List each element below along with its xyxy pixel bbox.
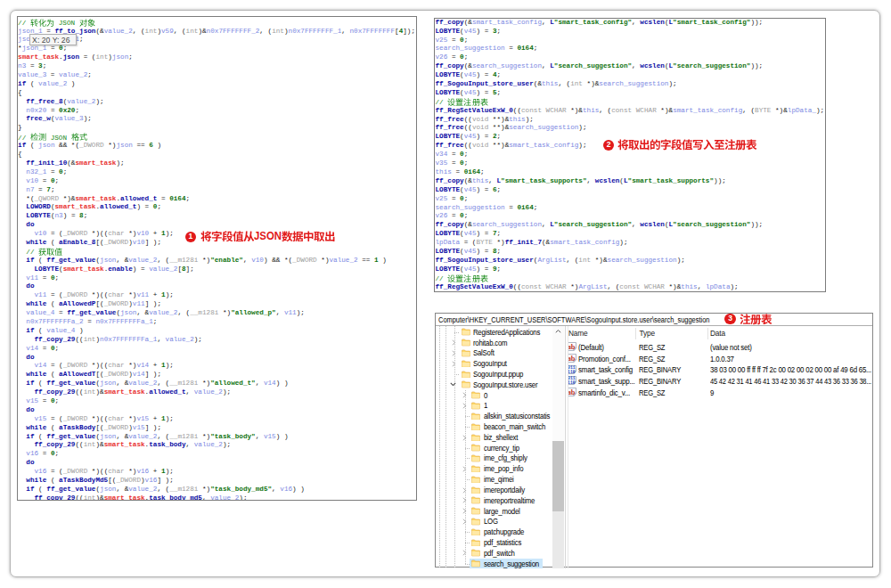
svg-text:110: 110 [568, 380, 576, 385]
svg-text:ab: ab [568, 355, 576, 363]
svg-text:110: 110 [568, 369, 576, 373]
svg-text:ab: ab [568, 343, 576, 351]
svg-text:ab: ab [568, 388, 576, 396]
